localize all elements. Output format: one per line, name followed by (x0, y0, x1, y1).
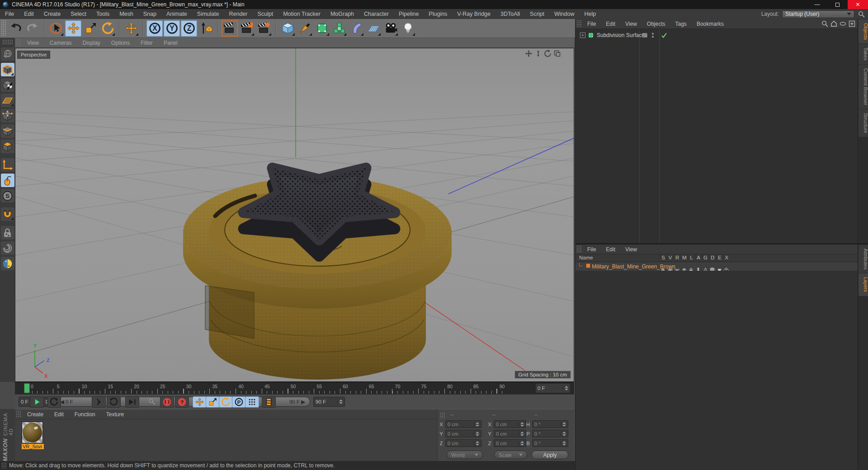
axis-mode-button[interactable] (1, 158, 14, 172)
points-mode-button[interactable] (1, 109, 14, 122)
key-rotation-button[interactable] (219, 396, 233, 408)
next-frame-button[interactable] (92, 396, 106, 408)
tab-structure[interactable]: Structure (859, 109, 868, 137)
play-cycle-button[interactable] (107, 396, 121, 408)
key-pla-button[interactable] (245, 396, 259, 408)
lock-workplane-button[interactable] (1, 226, 14, 240)
scale-tool-button[interactable] (82, 20, 99, 37)
layer-chip-icon[interactable] (641, 32, 648, 39)
record-keyframe-button[interactable] (145, 396, 159, 408)
visibility-dots-icon[interactable] (649, 32, 656, 39)
viewport-menu-options[interactable]: Options (106, 38, 135, 48)
texture-mode-button[interactable] (1, 78, 14, 92)
edit-render-settings-button[interactable] (256, 20, 272, 37)
open-timeline-button[interactable] (262, 396, 276, 408)
menubar-item-plugins[interactable]: Plugins (424, 9, 452, 19)
close-button[interactable]: ✕ (848, 0, 868, 9)
material-menu-edit[interactable]: Edit (49, 409, 69, 419)
material-menu-texture[interactable]: Texture (101, 409, 129, 419)
menubar-item-sculpt[interactable]: Sculpt (252, 9, 278, 19)
object-manager-menu-objects[interactable]: Objects (642, 19, 670, 29)
layer-manager-menu-edit[interactable]: Edit (601, 244, 620, 254)
object-manager-menu-tags[interactable]: Tags (670, 19, 692, 29)
layer-manager-handle[interactable] (576, 245, 581, 253)
menubar-item-tools[interactable]: Tools (91, 9, 114, 19)
lock-y-axis-button[interactable]: Y (164, 20, 180, 37)
menubar-item-render[interactable]: Render (224, 9, 252, 19)
menubar-item-v-ray-bridge[interactable]: V-Ray Bridge (452, 9, 495, 19)
spinner-arrows-icon[interactable] (519, 441, 524, 446)
tab-objects[interactable]: Objects (859, 19, 868, 43)
viewport-pan-icon[interactable] (525, 50, 533, 57)
render-view-button[interactable] (222, 20, 238, 37)
spinner-arrows-icon[interactable] (474, 432, 479, 436)
viewport-menu-panel[interactable]: Panel (158, 38, 183, 48)
menubar-item-mograph[interactable]: MoGraph (326, 9, 359, 19)
coords-menu-handle[interactable] (440, 412, 445, 418)
menubar-item-3dtoall[interactable]: 3DToAll (495, 9, 525, 19)
tweak-mode-button[interactable] (1, 174, 14, 187)
menubar-item-snap[interactable]: Snap (138, 9, 161, 19)
lock-z-axis-button[interactable]: Z (181, 20, 197, 37)
end-frame-field[interactable]: 90 F (313, 397, 345, 407)
coords-field-x-0[interactable]: 0 cm (445, 420, 481, 428)
tab-takes[interactable]: Takes (859, 44, 868, 64)
camera-object-button[interactable] (382, 20, 399, 37)
coords-field-x-1[interactable]: 0 cm (494, 420, 526, 428)
spinner-arrows-icon[interactable] (519, 422, 524, 427)
coords-field-p-2[interactable]: 0 ° (532, 430, 568, 437)
menubar-item-window[interactable]: Window (549, 9, 579, 19)
material-thumbnail[interactable] (22, 422, 43, 443)
minimize-button[interactable]: — (807, 0, 827, 9)
edges-mode-button[interactable] (1, 124, 14, 138)
maximize-button[interactable] (827, 0, 848, 9)
enabled-check-icon[interactable] (660, 32, 668, 39)
key-scale-button[interactable] (206, 396, 220, 408)
menubar-item-motion-tracker[interactable]: Motion Tracker (278, 9, 326, 19)
spinner-arrows-icon[interactable] (561, 432, 566, 436)
render-to-picture-viewer-button[interactable] (239, 20, 255, 37)
keying-help-button[interactable]: ? (175, 396, 189, 408)
menubar-item-create[interactable]: Create (39, 9, 66, 19)
polygons-mode-button[interactable] (1, 140, 14, 153)
viewport-toggle-view-icon[interactable] (553, 50, 561, 57)
spinner-arrows-icon[interactable] (337, 400, 343, 404)
tab-layers[interactable]: Layers (859, 273, 868, 296)
coords-field-z-0[interactable]: 0 cm (445, 439, 481, 447)
undo-button[interactable] (7, 20, 24, 37)
world-dropdown[interactable]: World (447, 451, 483, 459)
material-item[interactable]: VR_Sovi (22, 422, 44, 449)
object-tree[interactable]: Subdivision Surface (576, 29, 858, 243)
layout-dropdown[interactable]: Startup (User) (782, 10, 854, 18)
home-icon[interactable] (830, 20, 838, 28)
viewport-rotate-icon[interactable] (544, 50, 552, 57)
spinner-arrows-icon[interactable] (474, 441, 479, 446)
tab-attributes[interactable]: Attributes (859, 245, 868, 273)
layer-manager-menu-file[interactable]: File (582, 244, 601, 254)
coords-field-y-1[interactable]: 0 cm (494, 430, 526, 437)
spinner-arrows-icon[interactable] (561, 441, 566, 446)
object-manager-menu-view[interactable]: View (620, 19, 642, 29)
make-editable-button[interactable] (1, 47, 14, 61)
viewport-menu-display[interactable]: Display (77, 38, 105, 48)
menubar-item-character[interactable]: Character (359, 9, 394, 19)
play-reverse-button[interactable] (47, 396, 61, 408)
light-object-button[interactable] (400, 20, 416, 37)
object-manager-menu-bookmarks[interactable]: Bookmarks (692, 19, 729, 29)
object-manager-menu-file[interactable]: File (582, 19, 601, 29)
menubar-item-edit[interactable]: Edit (19, 9, 39, 19)
spinner-arrows-icon[interactable] (561, 422, 566, 427)
search-icon[interactable] (858, 10, 865, 18)
object-manager-handle[interactable] (576, 20, 581, 28)
coords-field-b-2[interactable]: 0 ° (532, 439, 568, 447)
lock-x-axis-button[interactable]: X (146, 20, 163, 37)
last-used-tool-button[interactable] (123, 20, 139, 37)
coords-field-h-2[interactable]: 0 ° (532, 420, 568, 428)
spline-pen-button[interactable] (297, 20, 313, 37)
apply-button[interactable]: Apply (532, 451, 568, 459)
model-mode-button[interactable] (1, 63, 14, 76)
menubar-item-simulate[interactable]: Simulate (192, 9, 224, 19)
viewport-zoom-icon[interactable] (534, 50, 542, 57)
object-row-subdivision-surface[interactable]: Subdivision Surface (576, 31, 858, 40)
menubar-item-script[interactable]: Script (525, 9, 549, 19)
